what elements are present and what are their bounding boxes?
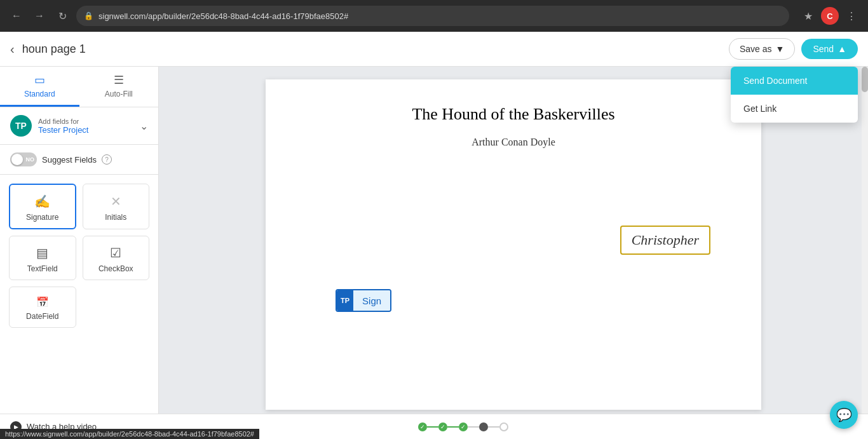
add-fields-label: Add fields for: [38, 118, 140, 125]
suggest-fields-toggle[interactable]: NO: [10, 152, 37, 166]
tab-standard[interactable]: ▭ Standard: [0, 67, 79, 107]
scrollbar[interactable]: [862, 67, 868, 414]
progress-line-3: [468, 426, 479, 428]
back-button[interactable]: ‹: [10, 42, 15, 57]
tab-autofill-label: Auto-Fill: [105, 90, 133, 98]
progress-line-1: [427, 426, 438, 428]
browser-chrome: ← → ↻ 🔒 signwell.com/app/builder/2e56dc4…: [0, 0, 868, 32]
doc-page: The Hound of the Baskervilles Arthur Con…: [266, 79, 761, 410]
scroll-thumb: [862, 67, 868, 92]
checkbox-icon: ☑: [110, 245, 121, 260]
tab-standard-label: Standard: [24, 90, 55, 98]
checkbox-label: CheckBox: [98, 264, 133, 273]
left-panel: ▭ Standard ☰ Auto-Fill TP Add fields for…: [0, 67, 159, 414]
send-button[interactable]: Send ▲: [801, 39, 858, 59]
progress-dot-2: ✓: [438, 422, 447, 431]
fields-grid: ✍ Signature ✕ Initials ▤ TextField ☑ Che…: [0, 175, 158, 337]
datefield-field-btn[interactable]: 📅 DateField: [9, 287, 76, 328]
chevron-down-icon: ⌄: [140, 120, 148, 132]
user-section[interactable]: TP Add fields for Tester Project ⌄: [0, 107, 158, 145]
datefield-label: DateField: [26, 312, 58, 321]
secure-icon: 🔒: [84, 11, 93, 20]
tab-autofill[interactable]: ☰ Auto-Fill: [79, 67, 159, 107]
browser-right-icons: ★ C ⋮: [799, 7, 860, 25]
save-as-label: Save as: [740, 44, 772, 54]
signature-field-btn[interactable]: ✍ Signature: [9, 184, 76, 229]
signature-value[interactable]: Christopher: [620, 226, 710, 255]
autofill-icon: ☰: [114, 73, 124, 87]
save-as-button[interactable]: Save as ▼: [729, 38, 795, 60]
progress-dot-5: [499, 422, 508, 431]
textfield-label: TextField: [27, 264, 58, 273]
avatar: TP: [10, 115, 32, 137]
user-info: Add fields for Tester Project: [38, 118, 140, 135]
progress-dots: ✓ ✓ ✓: [418, 422, 508, 431]
progress-dot-4: [479, 422, 488, 431]
sign-field-tag: TP: [337, 290, 353, 311]
initials-icon: ✕: [111, 194, 121, 209]
bookmark-button[interactable]: ★: [799, 7, 817, 25]
suggest-fields-row: NO Suggest Fields ?: [0, 145, 158, 175]
menu-button[interactable]: ⋮: [843, 7, 860, 25]
initials-field-btn[interactable]: ✕ Initials: [83, 184, 150, 229]
suggest-fields-label: Suggest Fields: [42, 155, 97, 165]
sign-field-content: Sign: [353, 290, 390, 311]
sign-field-doc[interactable]: TP Sign: [336, 289, 391, 312]
app-container: ‹ houn page 1 Save as ▼ Send ▲ Send Docu…: [0, 32, 868, 439]
standard-icon: ▭: [34, 73, 45, 87]
progress-line-4: [488, 426, 499, 428]
tab-bar: ▭ Standard ☰ Auto-Fill: [0, 67, 158, 107]
doc-title: The Hound of the Baskervilles: [304, 105, 723, 124]
top-bar: ‹ houn page 1 Save as ▼ Send ▲ Send Docu…: [0, 32, 868, 67]
checkbox-field-btn[interactable]: ☑ CheckBox: [83, 236, 150, 280]
page-title: houn page 1: [22, 43, 86, 56]
textfield-icon: ▤: [36, 245, 48, 260]
get-link-item[interactable]: Get Link: [731, 95, 858, 123]
top-bar-left: ‹ houn page 1: [0, 42, 729, 57]
forward-nav-button[interactable]: →: [31, 7, 48, 25]
profile-avatar[interactable]: C: [821, 7, 839, 25]
save-as-chevron-icon: ▼: [776, 44, 785, 54]
signature-icon: ✍: [34, 194, 50, 209]
send-dropdown: Send Document Get Link: [731, 67, 858, 123]
textfield-field-btn[interactable]: ▤ TextField: [9, 236, 76, 280]
send-document-item[interactable]: Send Document: [731, 67, 858, 95]
url-text: signwell.com/app/builder/2e56dc48-8bad-4…: [98, 11, 348, 21]
toggle-knob: [11, 154, 23, 165]
chat-icon: 💬: [836, 407, 852, 422]
help-icon[interactable]: ?: [102, 154, 112, 165]
project-name: Tester Project: [38, 125, 140, 135]
back-nav-button[interactable]: ←: [8, 7, 25, 25]
progress-dot-3: ✓: [459, 422, 468, 431]
status-url-bar: https://www.signwell.com/app/builder/2e5…: [0, 429, 259, 439]
progress-dot-1: ✓: [418, 422, 427, 431]
chat-bubble[interactable]: 💬: [830, 401, 858, 429]
progress-line-2: [447, 426, 459, 428]
address-bar[interactable]: 🔒 signwell.com/app/builder/2e56dc48-8bad…: [76, 6, 789, 26]
top-bar-right: Save as ▼ Send ▲: [729, 38, 868, 60]
datefield-icon: 📅: [36, 296, 49, 308]
initials-label: Initials: [105, 213, 126, 222]
reload-button[interactable]: ↻: [53, 7, 71, 25]
doc-author: Arthur Conan Doyle: [304, 137, 723, 148]
send-label: Send: [813, 44, 834, 54]
signature-label: Signature: [26, 213, 58, 222]
send-chevron-icon: ▲: [837, 44, 846, 54]
toggle-no-label: NO: [26, 156, 35, 163]
